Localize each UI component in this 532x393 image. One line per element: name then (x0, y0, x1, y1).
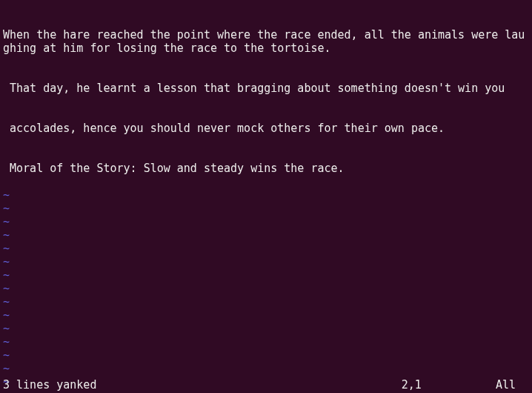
text-line: When the hare reached the point where th… (3, 28, 529, 55)
tilde-line: ~ (3, 255, 529, 268)
tilde-line: ~ (3, 349, 529, 362)
tilde-line: ~ (3, 362, 529, 375)
tilde-line: ~ (3, 282, 529, 295)
tilde-line: ~ (3, 308, 529, 322)
tilde-line: ~ (3, 242, 529, 255)
empty-buffer-area: ~ ~ ~ ~ ~ ~ ~ ~ ~ ~ ~ ~ ~ ~ ~ ~ ~ ~ ~ ~ … (0, 188, 532, 393)
cursor-position: 2,1 (402, 378, 422, 392)
text-line: That day, he learnt a lesson that braggi… (3, 82, 529, 95)
tilde-line: ~ (3, 188, 529, 202)
text-line: accolades, hence you should never mock o… (3, 122, 529, 135)
tilde-line: ~ (3, 228, 529, 242)
tilde-line: ~ (3, 295, 529, 308)
text-line: Moral of the Story: Slow and steady wins… (3, 162, 529, 175)
editor-buffer[interactable]: When the hare reached the point where th… (0, 0, 532, 188)
tilde-line: ~ (3, 215, 529, 228)
tilde-line: ~ (3, 322, 529, 335)
status-message: 3 lines yanked (3, 378, 96, 392)
tilde-line: ~ (3, 202, 529, 215)
tilde-line: ~ (3, 268, 529, 282)
status-bar: 3 lines yanked 2,1 All (0, 377, 532, 393)
scroll-position: All (496, 378, 516, 392)
tilde-line: ~ (3, 335, 529, 349)
